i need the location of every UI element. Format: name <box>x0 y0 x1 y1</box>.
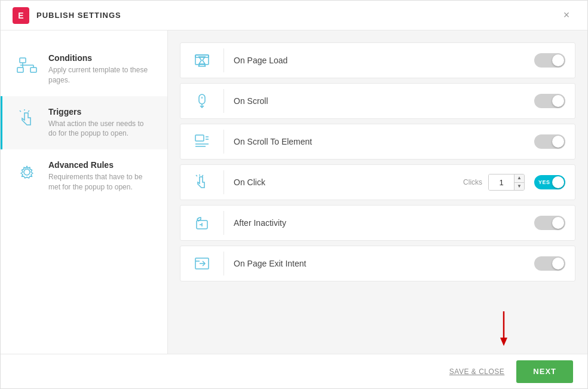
triggers-label: Triggers <box>48 107 153 117</box>
divider <box>223 130 224 154</box>
on-page-load-icon <box>190 48 214 72</box>
after-inactivity-toggle[interactable]: NO <box>534 216 565 230</box>
triggers-icon <box>15 107 39 131</box>
close-button[interactable]: × <box>558 7 575 24</box>
svg-rect-15 <box>199 94 205 104</box>
advanced-rules-label: Advanced Rules <box>48 160 153 170</box>
sidebar: Conditions Apply current template to the… <box>1 30 168 354</box>
svg-line-8 <box>28 111 29 112</box>
clicks-input[interactable] <box>489 174 514 190</box>
next-button[interactable]: NEXT <box>516 360 573 383</box>
on-click-label: On Click <box>234 177 454 187</box>
toggle-knob <box>552 176 564 188</box>
toggle-knob <box>552 136 564 148</box>
toggle-knob <box>552 258 564 269</box>
divider <box>223 170 224 194</box>
spinner-buttons: ▲ ▼ <box>514 174 524 190</box>
divider <box>223 89 224 113</box>
modal-footer: SAVE & CLOSE NEXT <box>1 354 587 388</box>
sidebar-item-advanced-rules[interactable]: Advanced Rules Requirements that have to… <box>1 149 167 203</box>
trigger-row-on-click: On Click Clicks ▲ ▼ YES <box>180 164 575 200</box>
svg-rect-1 <box>17 68 23 72</box>
on-click-extra: Clicks ▲ ▼ <box>463 174 525 191</box>
toggle-knob <box>552 95 564 107</box>
after-inactivity-icon <box>190 211 214 235</box>
advanced-rules-icon <box>15 160 39 184</box>
trigger-row-on-scroll: On Scroll NO <box>180 83 575 119</box>
save-close-button[interactable]: SAVE & CLOSE <box>449 367 504 376</box>
sidebar-item-conditions[interactable]: Conditions Apply current template to the… <box>1 42 167 96</box>
trigger-row-on-page-load: On Page Load NO <box>180 42 575 78</box>
conditions-desc: Apply current template to these pages. <box>48 65 153 85</box>
svg-line-23 <box>196 175 197 176</box>
modal-title: PUBLISH SETTINGS <box>36 11 121 20</box>
spinner-down-button[interactable]: ▼ <box>514 183 524 191</box>
header-left: E PUBLISH SETTINGS <box>13 7 121 24</box>
trigger-row-on-page-exit-intent: On Page Exit Intent NO <box>180 246 575 281</box>
on-page-exit-intent-icon <box>190 252 214 275</box>
triggers-text: Triggers What action the user needs to d… <box>48 107 153 139</box>
conditions-text: Conditions Apply current template to the… <box>48 53 153 85</box>
sidebar-item-triggers[interactable]: Triggers What action the user needs to d… <box>1 96 167 150</box>
svg-rect-2 <box>30 68 36 72</box>
conditions-label: Conditions <box>48 53 153 63</box>
on-scroll-icon <box>190 89 214 113</box>
on-scroll-to-element-toggle[interactable]: NO <box>534 134 565 149</box>
on-scroll-toggle[interactable]: NO <box>534 94 565 108</box>
divider <box>223 48 224 72</box>
on-scroll-to-element-icon <box>190 130 214 154</box>
divider <box>223 211 224 235</box>
svg-marker-33 <box>500 338 507 346</box>
conditions-icon <box>15 53 39 77</box>
on-page-exit-intent-label: On Page Exit Intent <box>234 259 525 268</box>
advanced-rules-desc: Requirements that have to be met for the… <box>48 172 153 192</box>
on-scroll-label: On Scroll <box>234 96 525 106</box>
on-page-exit-intent-toggle[interactable]: NO <box>534 256 565 271</box>
modal-body: Conditions Apply current template to the… <box>1 30 587 354</box>
main-content: On Page Load NO On Scroll <box>168 30 587 354</box>
spinner-up-button[interactable]: ▲ <box>514 174 524 183</box>
arrow-indicator <box>498 311 510 347</box>
toggle-knob <box>552 217 564 229</box>
toggle-knob <box>552 54 564 66</box>
divider <box>223 252 224 275</box>
triggers-desc: What action the user needs to do for the… <box>48 119 153 139</box>
trigger-row-after-inactivity: After Inactivity NO <box>180 205 575 241</box>
svg-rect-0 <box>20 58 26 63</box>
svg-rect-18 <box>195 135 204 141</box>
on-page-load-toggle[interactable]: NO <box>534 53 565 68</box>
on-click-icon <box>190 170 214 194</box>
on-scroll-to-element-label: On Scroll To Element <box>234 137 525 146</box>
clicks-label: Clicks <box>463 178 482 186</box>
trigger-row-on-scroll-to-element: On Scroll To Element NO <box>180 124 575 160</box>
toggle-on-label: YES <box>538 179 550 185</box>
app-logo: E <box>13 7 29 24</box>
modal-header: E PUBLISH SETTINGS × <box>1 1 587 30</box>
clicks-input-wrap[interactable]: ▲ ▼ <box>488 174 525 191</box>
after-inactivity-label: After Inactivity <box>234 218 525 228</box>
svg-line-6 <box>20 111 21 112</box>
svg-line-25 <box>202 175 203 176</box>
svg-point-9 <box>24 169 30 175</box>
on-page-load-label: On Page Load <box>234 56 525 65</box>
on-click-toggle[interactable]: YES <box>534 175 565 189</box>
advanced-rules-text: Advanced Rules Requirements that have to… <box>48 160 153 192</box>
